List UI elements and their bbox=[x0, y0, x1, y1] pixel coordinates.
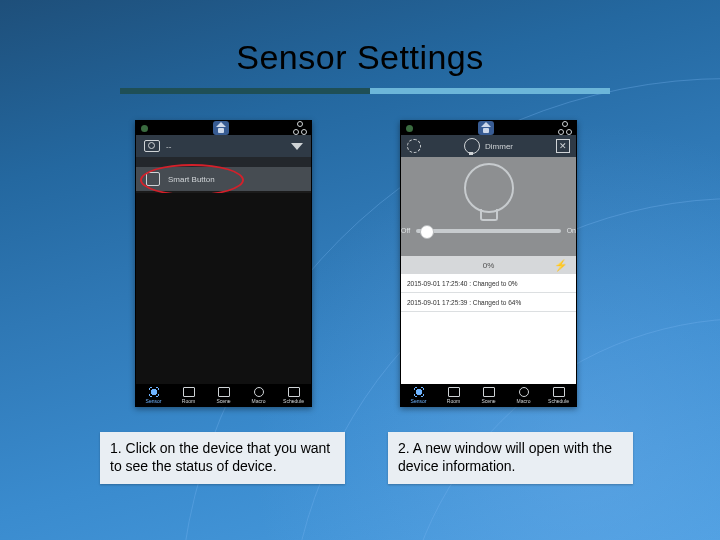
tab-label: Schedule bbox=[548, 398, 569, 404]
home-icon[interactable] bbox=[213, 121, 229, 135]
phone-screenshot-right: Dimmer ✕ Off On 0% ⚡ 2015-09-01 17:25:40… bbox=[400, 120, 577, 407]
device-name: Dimmer bbox=[485, 142, 513, 151]
slider-knob[interactable] bbox=[420, 225, 434, 239]
percent-value: 0% bbox=[483, 261, 495, 270]
page-title: Sensor Settings bbox=[0, 38, 720, 77]
tab-room[interactable]: Room bbox=[436, 384, 471, 406]
title-underline-left bbox=[120, 88, 370, 94]
log-text: 2015-09-01 17:25:40 : Changed to 0% bbox=[407, 280, 518, 287]
tab-schedule[interactable]: Schedule bbox=[276, 384, 311, 406]
tab-sensor[interactable]: Sensor bbox=[401, 384, 436, 406]
status-dot-icon bbox=[406, 125, 413, 132]
device-visual: Off On bbox=[401, 157, 576, 256]
tab-label: Sensor bbox=[411, 398, 427, 404]
home-icon[interactable] bbox=[478, 121, 494, 135]
tab-label: Room bbox=[182, 398, 195, 404]
tab-macro[interactable]: Macro bbox=[506, 384, 541, 406]
log-text: 2015-09-01 17:25:39 : Changed to 64% bbox=[407, 299, 521, 306]
tab-label: Room bbox=[447, 398, 460, 404]
tab-schedule[interactable]: Schedule bbox=[541, 384, 576, 406]
tab-macro[interactable]: Macro bbox=[241, 384, 276, 406]
tab-label: Macro bbox=[252, 398, 266, 404]
percent-readout: 0% ⚡ bbox=[401, 256, 576, 274]
bulb-large-icon bbox=[464, 163, 514, 213]
tab-sensor[interactable]: Sensor bbox=[136, 384, 171, 406]
caption-step-1: 1. Click on the device that you want to … bbox=[100, 432, 345, 484]
device-row-smart-button[interactable]: Smart Button bbox=[136, 167, 311, 191]
tab-label: Sensor bbox=[146, 398, 162, 404]
dimmer-slider[interactable] bbox=[416, 229, 560, 233]
tab-label: Scene bbox=[481, 398, 495, 404]
log-entry: 2015-09-01 17:25:40 : Changed to 0% bbox=[401, 274, 576, 293]
tab-scene[interactable]: Scene bbox=[471, 384, 506, 406]
status-dot-icon bbox=[141, 125, 148, 132]
spacer bbox=[136, 157, 311, 167]
power-icon[interactable]: ⚡ bbox=[554, 259, 568, 272]
room-selector[interactable]: -- bbox=[136, 135, 311, 157]
tab-label: Schedule bbox=[283, 398, 304, 404]
status-bar bbox=[401, 121, 576, 135]
title-underline-right bbox=[370, 88, 610, 94]
bulb-icon bbox=[464, 138, 480, 154]
camera-icon bbox=[144, 140, 160, 152]
slider-off-label: Off bbox=[401, 227, 410, 234]
chevron-down-icon bbox=[291, 143, 303, 150]
topology-icon[interactable] bbox=[559, 122, 571, 134]
tab-room[interactable]: Room bbox=[171, 384, 206, 406]
bottom-tab-bar: Sensor Room Scene Macro Schedule bbox=[136, 384, 311, 406]
device-detail-header: Dimmer ✕ bbox=[401, 135, 576, 157]
tab-label: Macro bbox=[517, 398, 531, 404]
phone-screenshot-left: -- Smart Button Sensor Room Scene Macro … bbox=[135, 120, 312, 407]
status-bar bbox=[136, 121, 311, 135]
tab-scene[interactable]: Scene bbox=[206, 384, 241, 406]
log-entry: 2015-09-01 17:25:39 : Changed to 64% bbox=[401, 293, 576, 312]
empty-area bbox=[136, 193, 311, 384]
caption-step-2: 2. A new window will open with the devic… bbox=[388, 432, 633, 484]
room-selector-label: -- bbox=[166, 142, 291, 151]
tab-label: Scene bbox=[216, 398, 230, 404]
close-icon[interactable]: ✕ bbox=[556, 139, 570, 153]
gear-icon[interactable] bbox=[407, 139, 421, 153]
bottom-tab-bar: Sensor Room Scene Macro Schedule bbox=[401, 384, 576, 406]
slider-on-label: On bbox=[567, 227, 576, 234]
highlight-ellipse bbox=[140, 164, 244, 196]
topology-icon[interactable] bbox=[294, 122, 306, 134]
